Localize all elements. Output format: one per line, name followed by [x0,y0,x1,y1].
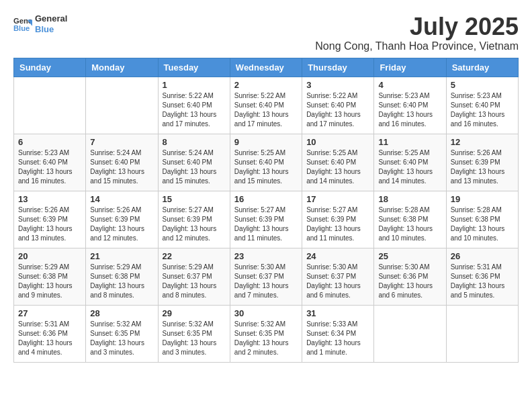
calendar-week-row: 27Sunrise: 5:31 AMSunset: 6:36 PMDayligh… [14,305,519,362]
day-number: 19 [451,194,514,204]
day-info: Sunrise: 5:24 AMSunset: 6:40 PMDaylight:… [90,148,153,186]
day-number: 15 [163,194,226,204]
calendar-week-row: 20Sunrise: 5:29 AMSunset: 6:38 PMDayligh… [14,248,519,305]
calendar-cell: 18Sunrise: 5:28 AMSunset: 6:38 PMDayligh… [374,191,446,248]
calendar-cell: 17Sunrise: 5:27 AMSunset: 6:39 PMDayligh… [302,191,374,248]
day-number: 21 [90,251,153,261]
calendar-cell: 3Sunrise: 5:22 AMSunset: 6:40 PMDaylight… [302,77,374,134]
day-info: Sunrise: 5:27 AMSunset: 6:39 PMDaylight:… [163,205,226,243]
day-info: Sunrise: 5:25 AMSunset: 6:40 PMDaylight:… [234,148,298,186]
day-info: Sunrise: 5:22 AMSunset: 6:40 PMDaylight:… [234,91,298,129]
logo-icon: General Blue [13,15,32,34]
day-info: Sunrise: 5:30 AMSunset: 6:36 PMDaylight:… [378,263,441,300]
calendar-table: SundayMondayTuesdayWednesdayThursdayFrid… [13,58,519,363]
day-info: Sunrise: 5:31 AMSunset: 6:36 PMDaylight:… [451,263,514,300]
day-number: 29 [163,308,226,318]
calendar-cell: 9Sunrise: 5:25 AMSunset: 6:40 PMDaylight… [230,134,302,191]
calendar-cell: 27Sunrise: 5:31 AMSunset: 6:36 PMDayligh… [14,305,86,362]
day-info: Sunrise: 5:32 AMSunset: 6:35 PMDaylight:… [163,320,226,357]
day-number: 27 [18,308,81,318]
column-header-sunday: Sunday [14,58,86,77]
day-number: 31 [306,308,369,318]
calendar-cell [14,77,86,134]
day-number: 10 [306,137,369,147]
calendar-cell [446,305,518,362]
day-info: Sunrise: 5:22 AMSunset: 6:40 PMDaylight:… [163,91,226,129]
day-number: 17 [306,194,369,204]
calendar-cell: 14Sunrise: 5:26 AMSunset: 6:39 PMDayligh… [86,191,158,248]
day-info: Sunrise: 5:24 AMSunset: 6:40 PMDaylight:… [163,148,226,186]
day-info: Sunrise: 5:22 AMSunset: 6:40 PMDaylight:… [306,91,369,129]
day-info: Sunrise: 5:26 AMSunset: 6:39 PMDaylight:… [18,205,81,243]
day-number: 22 [163,251,226,261]
calendar-header-row: SundayMondayTuesdayWednesdayThursdayFrid… [14,58,519,77]
calendar-cell: 1Sunrise: 5:22 AMSunset: 6:40 PMDaylight… [158,77,230,134]
day-number: 30 [234,308,298,318]
logo: General Blue General Blue [13,13,67,34]
day-number: 5 [451,80,514,90]
day-info: Sunrise: 5:32 AMSunset: 6:35 PMDaylight:… [234,320,298,357]
calendar-cell: 21Sunrise: 5:29 AMSunset: 6:38 PMDayligh… [86,248,158,305]
day-info: Sunrise: 5:25 AMSunset: 6:40 PMDaylight:… [306,148,369,186]
day-info: Sunrise: 5:27 AMSunset: 6:39 PMDaylight:… [306,205,369,243]
calendar-cell [86,77,158,134]
day-number: 18 [378,194,441,204]
day-number: 25 [378,251,441,261]
day-number: 12 [451,137,514,147]
column-header-monday: Monday [86,58,158,77]
calendar-cell: 29Sunrise: 5:32 AMSunset: 6:35 PMDayligh… [158,305,230,362]
logo-blue-text: Blue [35,24,67,35]
column-header-wednesday: Wednesday [230,58,302,77]
calendar-week-row: 6Sunrise: 5:23 AMSunset: 6:40 PMDaylight… [14,134,519,191]
day-number: 8 [163,137,226,147]
day-number: 6 [18,137,81,147]
calendar-title: July 2025 [315,13,519,40]
day-number: 14 [90,194,153,204]
day-info: Sunrise: 5:23 AMSunset: 6:40 PMDaylight:… [18,148,81,186]
day-info: Sunrise: 5:28 AMSunset: 6:38 PMDaylight:… [451,205,514,243]
calendar-week-row: 13Sunrise: 5:26 AMSunset: 6:39 PMDayligh… [14,191,519,248]
calendar-cell: 6Sunrise: 5:23 AMSunset: 6:40 PMDaylight… [14,134,86,191]
calendar-cell: 24Sunrise: 5:30 AMSunset: 6:37 PMDayligh… [302,248,374,305]
day-number: 1 [163,80,226,90]
calendar-cell [374,305,446,362]
page-header: General Blue General Blue July 2025 Nong… [13,13,519,52]
day-info: Sunrise: 5:31 AMSunset: 6:36 PMDaylight:… [18,320,81,357]
calendar-cell: 13Sunrise: 5:26 AMSunset: 6:39 PMDayligh… [14,191,86,248]
calendar-week-row: 1Sunrise: 5:22 AMSunset: 6:40 PMDaylight… [14,77,519,134]
day-number: 26 [451,251,514,261]
day-info: Sunrise: 5:29 AMSunset: 6:37 PMDaylight:… [163,263,226,300]
calendar-cell: 10Sunrise: 5:25 AMSunset: 6:40 PMDayligh… [302,134,374,191]
calendar-cell: 16Sunrise: 5:27 AMSunset: 6:39 PMDayligh… [230,191,302,248]
day-info: Sunrise: 5:27 AMSunset: 6:39 PMDaylight:… [234,205,298,243]
day-info: Sunrise: 5:26 AMSunset: 6:39 PMDaylight:… [451,148,514,186]
day-number: 4 [378,80,441,90]
calendar-cell: 22Sunrise: 5:29 AMSunset: 6:37 PMDayligh… [158,248,230,305]
calendar-cell: 20Sunrise: 5:29 AMSunset: 6:38 PMDayligh… [14,248,86,305]
day-info: Sunrise: 5:33 AMSunset: 6:34 PMDaylight:… [306,320,369,357]
calendar-cell: 4Sunrise: 5:23 AMSunset: 6:40 PMDaylight… [374,77,446,134]
day-info: Sunrise: 5:29 AMSunset: 6:38 PMDaylight:… [90,263,153,300]
svg-text:Blue: Blue [13,24,30,32]
calendar-cell: 28Sunrise: 5:32 AMSunset: 6:35 PMDayligh… [86,305,158,362]
calendar-cell: 30Sunrise: 5:32 AMSunset: 6:35 PMDayligh… [230,305,302,362]
calendar-cell: 7Sunrise: 5:24 AMSunset: 6:40 PMDaylight… [86,134,158,191]
day-number: 13 [18,194,81,204]
day-number: 7 [90,137,153,147]
calendar-cell: 15Sunrise: 5:27 AMSunset: 6:39 PMDayligh… [158,191,230,248]
day-info: Sunrise: 5:30 AMSunset: 6:37 PMDaylight:… [234,263,298,300]
day-number: 28 [90,308,153,318]
day-info: Sunrise: 5:23 AMSunset: 6:40 PMDaylight:… [378,91,441,129]
day-info: Sunrise: 5:32 AMSunset: 6:35 PMDaylight:… [90,320,153,357]
calendar-cell: 23Sunrise: 5:30 AMSunset: 6:37 PMDayligh… [230,248,302,305]
day-number: 11 [378,137,441,147]
column-header-thursday: Thursday [302,58,374,77]
calendar-cell: 2Sunrise: 5:22 AMSunset: 6:40 PMDaylight… [230,77,302,134]
day-number: 3 [306,80,369,90]
calendar-cell: 11Sunrise: 5:25 AMSunset: 6:40 PMDayligh… [374,134,446,191]
day-number: 24 [306,251,369,261]
day-info: Sunrise: 5:29 AMSunset: 6:38 PMDaylight:… [18,263,81,300]
calendar-cell: 5Sunrise: 5:23 AMSunset: 6:40 PMDaylight… [446,77,518,134]
day-info: Sunrise: 5:23 AMSunset: 6:40 PMDaylight:… [451,91,514,129]
day-number: 20 [18,251,81,261]
